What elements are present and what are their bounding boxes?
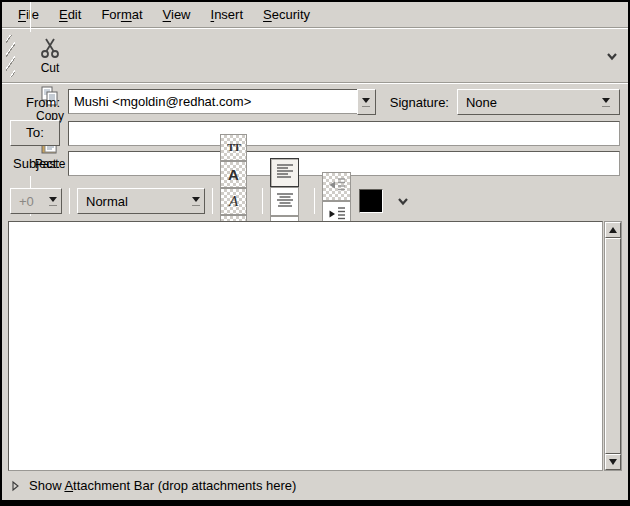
scrollbar-thumb[interactable] [605,238,621,454]
to-input[interactable] [68,121,620,146]
menu-security[interactable]: Security [253,4,320,25]
align-left-icon [275,162,295,183]
cut-icon [38,36,62,60]
chevron-down-icon [602,98,610,103]
subject-label: Subject: [10,156,60,171]
menu-view[interactable]: View [153,4,201,25]
triangle-down-icon [609,459,617,465]
align-left-button[interactable] [270,158,299,187]
to-button[interactable]: To: [10,120,60,146]
italic-toggle[interactable]: A [220,188,247,215]
bold-toggle[interactable]: A [220,161,247,188]
font-size-value: +0 [19,194,49,209]
font-size-select[interactable]: +0 [10,188,62,214]
chevron-down-icon [49,197,57,202]
text-color-swatch[interactable] [359,189,383,213]
typewriter-toggle-glyph: TT [227,141,240,153]
triangle-right-icon [10,480,20,492]
menu-insert[interactable]: Insert [201,4,254,25]
signature-label: Signature: [390,95,449,110]
cut-button[interactable]: Cut [21,32,79,80]
paragraph-style-select[interactable]: Normal [77,188,205,214]
main-toolbar: SendAttachUndoRedoCutCopyPasteFindReplac… [2,29,628,82]
unindent-button [322,172,351,201]
bold-toggle-glyph: A [228,166,239,183]
paragraph-style-value: Normal [86,194,192,209]
toolbar-button-label: Cut [41,61,60,75]
menubar: FileEditFormatViewInsertSecurity [2,2,628,27]
scroll-up-button[interactable] [605,222,621,238]
from-label: From: [10,95,60,110]
signature-dropdown-button[interactable] [596,98,615,107]
subject-row: Subject: [10,151,620,176]
editor-scrollbar[interactable] [604,221,622,471]
message-editor-zone [8,221,622,471]
from-dropdown-button[interactable] [357,89,376,115]
align-center-icon [275,191,295,212]
to-row: To: [10,120,620,146]
window-body: FileEditFormatViewInsertSecurity SendAtt… [2,2,628,500]
format-overflow-button[interactable] [393,191,413,211]
from-input[interactable] [68,89,357,114]
menu-format[interactable]: Format [91,4,152,25]
scroll-down-button[interactable] [605,454,621,470]
from-combo [68,89,376,115]
message-body-editor[interactable] [8,221,603,471]
triangle-up-icon [609,227,617,233]
format-toolbar: +0 Normal TTAAAA [2,183,628,219]
signature-select[interactable]: None [457,89,620,115]
header-fields: From: Signature: None [2,84,628,183]
attachment-bar-label: Show Attachment Bar (drop attachments he… [29,478,296,493]
typewriter-toggle[interactable]: TT [220,134,247,161]
chevron-down-icon [362,98,370,103]
signature-value: None [466,95,596,110]
toolbar-separator [30,2,31,32]
align-center-button[interactable] [270,187,299,216]
chevron-down-icon [192,197,200,202]
italic-toggle-glyph: A [229,193,238,210]
from-row: From: Signature: None [10,89,620,115]
toolbar-grip[interactable] [6,35,15,77]
toolbar-overflow-button[interactable] [602,46,622,66]
unindent-icon [327,176,347,197]
composer-window: FileEditFormatViewInsertSecurity SendAtt… [0,0,630,506]
attachment-bar-toggle[interactable]: Show Attachment Bar (drop attachments he… [2,471,628,500]
